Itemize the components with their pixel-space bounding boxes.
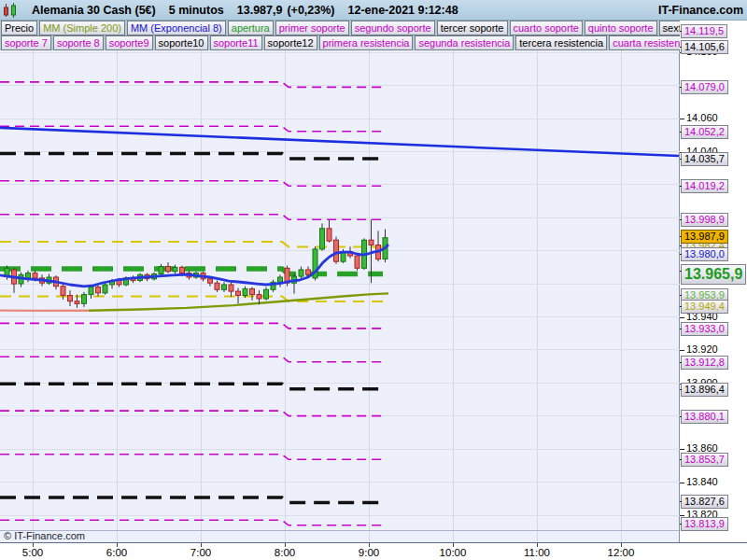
price-tick-label: 14.060 (686, 112, 718, 123)
price-level-label: 14.105,6 (681, 40, 728, 54)
price-level-label: 14.019,2 (681, 179, 728, 193)
price-level-label: 13.880,1 (681, 410, 728, 424)
brand-label: IT-Finance.com (658, 4, 743, 17)
legend-item-segunda-resistencia[interactable]: segunda resistencia (415, 35, 514, 50)
legend-item-soporte11[interactable]: soporte11 (210, 35, 262, 50)
copyright-watermark: © IT-Finance.com (4, 530, 85, 542)
legend-item-cuarto-soporte[interactable]: cuarto soporte (510, 21, 583, 35)
time-axis: 5:006:007:008:009:0010:0011:0012:00 (0, 542, 747, 560)
time-label: 7:00 (190, 547, 211, 558)
session-open-price-label: 13.965,9 (681, 264, 746, 285)
price-chart-canvas[interactable] (0, 50, 680, 542)
legend-row-1: PrecioMM (Simple 200)MM (Exponencial 8)a… (0, 21, 682, 35)
price-level-label: 13.912,8 (681, 356, 728, 370)
legend-item-soporte10[interactable]: soporte10 (155, 35, 208, 50)
price-axis: 14.10014.06014.04013.94013.92013.90013.8… (680, 21, 747, 542)
header-datetime: 12-ene-2021 9:12:48 (348, 4, 458, 17)
legend-item-primera-resistencia[interactable]: primera resistencia (319, 35, 414, 50)
legend-item-tercer-soporte[interactable]: tercer soporte (437, 21, 508, 35)
time-label: 8:00 (275, 547, 295, 558)
price-level-label: 13.998,9 (681, 213, 728, 227)
legend-item-precio[interactable]: Precio (1, 21, 37, 35)
price-tick-label: 13.920 (686, 343, 718, 355)
time-label: 9:00 (359, 547, 379, 558)
legend-item-tercera-resistencia[interactable]: tercera resistencia (515, 35, 607, 50)
legend-band: PrecioMM (Simple 200)MM (Exponencial 8)a… (0, 21, 682, 50)
legend-item-quinto-soporte[interactable]: quinto soporte (585, 21, 657, 35)
legend-item-mm-simple-200-[interactable]: MM (Simple 200) (39, 21, 125, 35)
legend-item-soporte-8[interactable]: soporte 8 (53, 35, 104, 50)
price-level-label: 13.813,9 (681, 517, 728, 531)
legend-item-apertura[interactable]: apertura (228, 21, 274, 35)
chart-header: Alemania 30 Cash (5€) 5 minutos 13.987,9… (0, 0, 747, 21)
trading-app-window: Alemania 30 Cash (5€) 5 minutos 13.987,9… (0, 0, 747, 560)
candlestick-series (5, 219, 388, 308)
legend-item-primer-soporte[interactable]: primer soporte (275, 21, 349, 35)
instrument-title: Alemania 30 Cash (5€) (32, 4, 156, 17)
time-label: 12:00 (608, 547, 635, 558)
price-level-label: 14.035,7 (681, 152, 728, 166)
price-level-label: 14.052,2 (681, 125, 728, 139)
time-label: 5:00 (22, 547, 43, 558)
chart-plot-area[interactable]: © IT-Finance.com (0, 50, 680, 542)
legend-item-soporte-7[interactable]: soporte 7 (1, 35, 51, 50)
time-label: 10:00 (440, 547, 467, 558)
current-price-label: 13.987,9 (681, 230, 728, 244)
legend-row-2: soporte 7soporte 8soporte9soporte10sopor… (0, 35, 682, 50)
legend-item-soporte9[interactable]: soporte9 (106, 35, 153, 50)
price-level-label: 13.896,4 (681, 383, 728, 397)
price-level-label: 13.949,4 (681, 300, 728, 314)
legend-item-segundo-soporte[interactable]: segundo soporte (351, 21, 435, 35)
legend-item-mm-exponencial-8-[interactable]: MM (Exponencial 8) (127, 21, 226, 35)
legend-item-cuarta-resistencia[interactable]: cuarta resistencia (609, 35, 682, 50)
change-percent: (+0,23%) (287, 4, 334, 17)
legend-item-soporte12[interactable]: soporte12 (264, 35, 317, 50)
watermark-strip: © IT-Finance.com (0, 530, 679, 542)
time-label: 6:00 (106, 547, 127, 558)
pivot-level-lines (0, 82, 383, 525)
price-level-label: 14.119,5 (681, 24, 727, 38)
price-level-label: 14.079,0 (681, 80, 728, 94)
price-level-label: 13.980,0 (681, 247, 728, 261)
price-tick-label: 13.840 (686, 476, 718, 487)
candlestick-chart-icon (2, 2, 19, 19)
last-price: 13.987,9 (237, 4, 283, 17)
time-label: 11:00 (524, 547, 550, 558)
price-level-label: 13.933,0 (681, 322, 728, 336)
timeframe-label: 5 minutos (169, 4, 224, 17)
price-level-label: 13.853,7 (681, 453, 728, 467)
legend-item-sexto-soporte[interactable]: sexto soporte (659, 21, 682, 35)
price-level-label: 13.827,6 (681, 495, 728, 509)
